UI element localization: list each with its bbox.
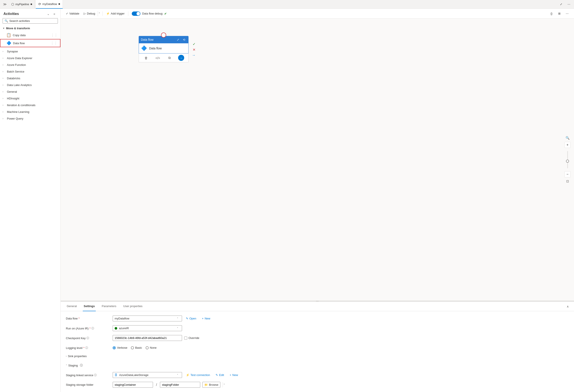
zoom-search-btn[interactable]: 🔍 (564, 135, 571, 141)
code-icon-btn[interactable]: {} (548, 10, 555, 17)
zoom-in-btn[interactable]: + (564, 142, 571, 148)
debug-dropdown[interactable]: ˅ (98, 11, 101, 16)
section-synapse: › Synapse (0, 48, 61, 55)
validate-button[interactable]: ✓ Validate (64, 11, 81, 16)
override-checkbox[interactable] (184, 336, 187, 340)
settings-collapse-btn[interactable]: ∧ (567, 305, 569, 308)
staging-folder-input[interactable] (160, 382, 200, 388)
run-on-field-label: Run on (Azure IR) * ⓘ (66, 325, 109, 330)
node-code-btn[interactable]: </> (155, 55, 161, 61)
zoom-out-btn[interactable]: − (564, 171, 571, 177)
node-more-btn[interactable]: ⟲ (182, 37, 186, 42)
search-input[interactable] (9, 19, 56, 22)
drag-handle-dataflow[interactable]: ⋮⋮ (50, 41, 57, 45)
expand-btn[interactable]: ≫ (2, 1, 8, 7)
tab-settings[interactable]: Settings (83, 302, 96, 311)
sink-properties-section[interactable]: › Sink properties (66, 354, 569, 359)
section-iteration-conditionals-label: Iteration & conditionals (7, 103, 36, 107)
activity-copy-data[interactable]: 📋 Copy data ⋮⋮ (0, 31, 61, 39)
settings-tabs: General Settings Parameters User propert… (61, 302, 574, 311)
logging-field: Verbose Basic None (113, 345, 569, 349)
node-complete-connector[interactable]: → (192, 53, 195, 57)
section-data-lake-analytics-header[interactable]: › Data Lake Analytics (0, 82, 61, 88)
hide-sidebar-btn[interactable]: « (52, 11, 57, 17)
radio-none[interactable]: None (146, 346, 157, 349)
section-hdinsight-header[interactable]: › HDInsight (0, 96, 61, 101)
section-synapse-header[interactable]: › Synapse (0, 49, 61, 54)
staging-section[interactable]: ˅ Staging ⓘ (66, 363, 569, 368)
data-flow-dropdown[interactable]: myDataflow ˅ (113, 315, 182, 321)
tab-dataflow[interactable]: ⟳ myDataflow (36, 0, 63, 9)
staging-chevron-icon: ˅ (66, 364, 67, 367)
new-staging-icon: + (230, 373, 231, 377)
section-move-transform-label: Move & transform (6, 27, 30, 30)
section-azure-data-explorer-header[interactable]: › Azure Data Explorer (0, 55, 61, 61)
browse-dropdown-btn[interactable]: ˅ (223, 382, 226, 388)
run-on-dropdown[interactable]: azureIR ˅ (113, 325, 182, 331)
data-flow-row: Data flow * myDataflow ˅ ✎ Open (66, 315, 569, 321)
more-menu-btn[interactable]: ⋯ (564, 10, 571, 17)
data-flow-debug-toggle[interactable] (132, 11, 140, 16)
table-view-btn[interactable]: ⊞ (556, 10, 563, 17)
staging-folder-field: / 📁 Browse ˅ (113, 382, 569, 388)
radio-basic[interactable]: Basic (131, 346, 142, 349)
staging-linked-service-dropdown[interactable]: 🗄 AzureDataLakeStorage ˅ (113, 372, 182, 378)
staging-info-icon[interactable]: ⓘ (80, 363, 83, 367)
none-radio-btn[interactable] (146, 346, 149, 349)
section-databricks-header[interactable]: › Databricks (0, 75, 61, 81)
collapse-left-btn[interactable]: ⌄ (46, 11, 51, 17)
add-trigger-button[interactable]: ⚡ Add trigger (104, 11, 126, 16)
node-copy-btn[interactable]: ⧉ (166, 55, 172, 61)
tab-bar: ≫ ⬡ myPipeline ⟳ myDataflow ⤢ ⋯ (0, 0, 574, 9)
section-machine-learning-header[interactable]: › Machine Learning (0, 109, 61, 115)
basic-radio-btn[interactable] (131, 346, 134, 349)
staging-linked-service-field: 🗄 AzureDataLakeStorage ˅ ⚡ Test connecti… (113, 372, 569, 378)
zoom-fit-btn[interactable]: ⊡ (564, 178, 571, 184)
section-iteration-conditionals-header[interactable]: › Iteration & conditionals (0, 102, 61, 108)
tab-parameters[interactable]: Parameters (101, 302, 117, 311)
node-success-connector[interactable]: ✓ (193, 42, 195, 46)
zoom-thumb[interactable] (566, 160, 569, 163)
search-box[interactable]: 🔍 (3, 18, 58, 24)
new-dataflow-btn[interactable]: + New (200, 316, 212, 321)
section-power-query-header[interactable]: › Power Query (0, 116, 61, 121)
staging-container-input[interactable] (113, 382, 153, 388)
checkpoint-key-input[interactable] (113, 335, 182, 341)
section-azure-function-header[interactable]: › Azure Function (0, 62, 61, 68)
run-on-info-icon[interactable]: ⓘ (91, 327, 94, 330)
tab-general[interactable]: General (66, 302, 78, 311)
drag-handle[interactable]: ⋮⋮ (51, 33, 58, 37)
node-open-btn[interactable]: ⤢ (176, 37, 180, 42)
checkpoint-info-icon[interactable]: ⓘ (86, 336, 89, 340)
zoom-slider[interactable] (567, 149, 568, 170)
override-checkbox-container[interactable]: Override (184, 336, 199, 340)
logging-info-icon[interactable]: ⓘ (85, 346, 88, 350)
section-move-transform-header[interactable]: ▼ Move & transform (0, 25, 61, 31)
browse-btn[interactable]: 📁 Browse (202, 382, 220, 388)
staging-linked-info-icon[interactable]: ⓘ (94, 373, 97, 377)
test-connection-btn[interactable]: ⚡ Test connection (184, 372, 212, 378)
radio-verbose[interactable]: Verbose (113, 346, 127, 349)
tab-user-properties[interactable]: User properties (123, 302, 144, 311)
main-area: Activities ⌄ « 🔍 ▼ Move & transform 📋 Co… (0, 9, 574, 392)
sink-chevron-icon: › (66, 355, 66, 357)
node-delete-btn[interactable]: 🗑 (143, 55, 149, 61)
section-general-header[interactable]: › General (0, 89, 61, 95)
section-hdinsight: › HDInsight (0, 95, 61, 102)
node-run-btn[interactable]: → (178, 55, 184, 61)
new-staging-btn[interactable]: + New (228, 372, 240, 378)
maximize-btn[interactable]: ⤢ (557, 1, 564, 8)
node-connect-circle[interactable] (161, 33, 166, 38)
edit-staging-btn[interactable]: ✎ Edit (214, 372, 226, 378)
open-dataflow-btn[interactable]: ✎ Open (184, 316, 198, 321)
section-batch-service-header[interactable]: › Batch Service (0, 69, 61, 75)
verbose-radio-btn[interactable] (113, 346, 116, 349)
chevron-down-icon: ▼ (3, 27, 5, 29)
search-icon: 🔍 (4, 19, 8, 22)
tab-pipeline[interactable]: ⬡ myPipeline (9, 0, 35, 9)
activity-data-flow[interactable]: 🔷 Data flow ⋮⋮ (0, 39, 61, 47)
debug-button[interactable]: ▷ Debug (82, 11, 97, 16)
node-fail-connector[interactable]: ✕ (193, 48, 195, 52)
canvas-area[interactable]: Data flow ⤢ ⟲ 🔷 Data flow 🗑 </> ⧉ (61, 19, 574, 301)
more-options-btn[interactable]: ⋯ (565, 1, 572, 8)
